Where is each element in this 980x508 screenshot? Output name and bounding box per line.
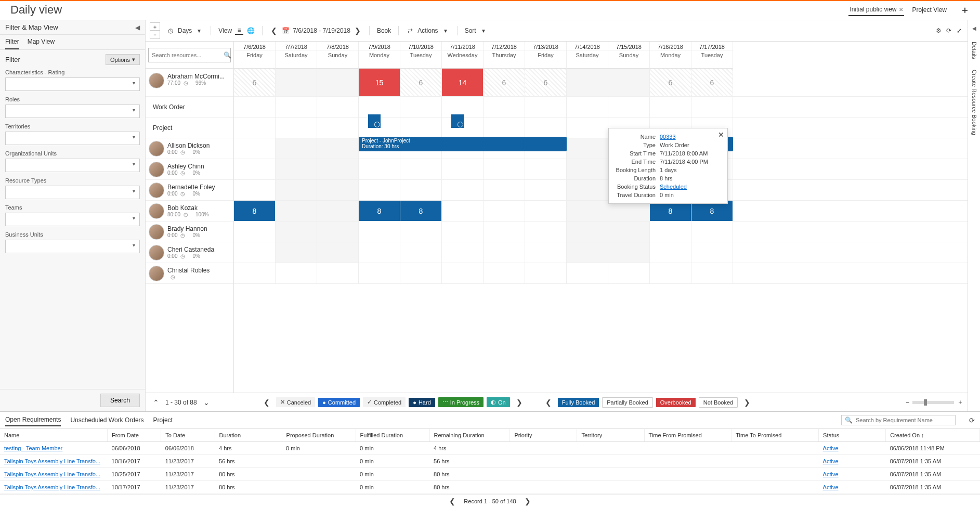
schedule-cell[interactable] bbox=[276, 118, 317, 138]
schedule-cell[interactable] bbox=[400, 222, 442, 242]
schedule-cell[interactable] bbox=[608, 222, 650, 242]
tab-initial-public-view[interactable]: Initial public view ✕ bbox=[848, 4, 904, 16]
schedule-cell[interactable]: 15 bbox=[359, 69, 400, 96]
search-icon[interactable]: 🔍 bbox=[224, 51, 231, 59]
sidebar-tab-filter[interactable]: Filter bbox=[5, 38, 19, 49]
chevron-left-icon[interactable]: ❮ bbox=[270, 27, 278, 35]
schedule-cell[interactable] bbox=[650, 242, 691, 263]
schedule-cell[interactable] bbox=[400, 118, 442, 138]
day-header[interactable]: 7/7/2018Saturday bbox=[276, 42, 317, 69]
chevron-down-icon[interactable]: ▾ bbox=[441, 27, 450, 35]
status-hard[interactable]: ● Hard bbox=[409, 398, 435, 407]
schedule-cell[interactable] bbox=[276, 180, 317, 200]
resource-row[interactable]: Abraham McCormi... 77:00 ◷ 96% bbox=[146, 69, 233, 97]
column-header[interactable]: Time From Promised bbox=[644, 429, 731, 442]
schedule-cell[interactable] bbox=[234, 97, 276, 117]
schedule-cell[interactable] bbox=[691, 242, 733, 263]
schedule-cell[interactable]: 6 bbox=[400, 69, 442, 96]
resource-search-input[interactable] bbox=[152, 52, 224, 58]
tab-unscheduled-work-orders[interactable]: Unscheduled Work Orders bbox=[70, 414, 143, 426]
day-header[interactable]: 7/10/2018Tuesday bbox=[400, 42, 442, 69]
schedule-cell[interactable] bbox=[525, 242, 567, 263]
chevron-left-icon[interactable]: ◀ bbox=[135, 24, 140, 31]
close-icon[interactable]: ✕ bbox=[899, 7, 903, 12]
status-overbooked[interactable]: Overbooked bbox=[656, 398, 696, 407]
filter-select[interactable] bbox=[5, 105, 140, 118]
chevron-right-icon[interactable]: ❯ bbox=[354, 27, 362, 35]
schedule-cell[interactable]: 6 bbox=[234, 69, 276, 96]
calendar-icon[interactable]: 📅 bbox=[281, 27, 290, 35]
filter-select[interactable] bbox=[5, 240, 140, 253]
schedule-cell[interactable] bbox=[234, 222, 276, 242]
schedule-cell[interactable] bbox=[484, 222, 525, 242]
schedule-cell[interactable] bbox=[442, 201, 484, 221]
sidebar-tab-map[interactable]: Map View bbox=[28, 38, 55, 49]
resource-row[interactable]: Allison Dickson 0:00 ◷ 0% bbox=[146, 138, 233, 159]
schedule-cell[interactable] bbox=[567, 159, 608, 179]
schedule-cell[interactable] bbox=[691, 222, 733, 242]
schedule-cell[interactable] bbox=[567, 69, 608, 96]
schedule-cell[interactable] bbox=[276, 242, 317, 263]
schedule-cell[interactable] bbox=[442, 242, 484, 263]
schedule-cell[interactable] bbox=[442, 159, 484, 179]
resource-sub-row[interactable]: Work Order bbox=[146, 97, 233, 118]
column-header[interactable]: Territory bbox=[577, 429, 644, 442]
tab-project[interactable]: Project bbox=[153, 414, 173, 426]
resource-row[interactable]: Ashley Chinn 0:00 ◷ 0% bbox=[146, 159, 233, 180]
refresh-icon[interactable]: ⟳ bbox=[969, 416, 975, 424]
schedule-cell[interactable] bbox=[276, 263, 317, 283]
schedule-cell[interactable] bbox=[484, 159, 525, 179]
schedule-cell[interactable] bbox=[234, 118, 276, 138]
schedule-cell[interactable] bbox=[525, 222, 567, 242]
schedule-cell[interactable] bbox=[567, 242, 608, 263]
schedule-cell[interactable] bbox=[567, 138, 608, 159]
schedule-cell[interactable] bbox=[650, 97, 691, 117]
schedule-cell[interactable] bbox=[608, 263, 650, 283]
column-header[interactable]: Created On ↑ bbox=[886, 429, 980, 442]
schedule-cell[interactable] bbox=[650, 222, 691, 242]
zoom-in-button[interactable]: ＋ bbox=[957, 398, 963, 407]
schedule-cell[interactable] bbox=[525, 201, 567, 221]
add-view-button[interactable]: ＋ bbox=[960, 4, 970, 16]
schedule-cell[interactable] bbox=[442, 180, 484, 200]
day-header[interactable]: 7/17/2018Tuesday bbox=[691, 42, 733, 69]
filter-select[interactable] bbox=[5, 213, 140, 226]
schedule-cell[interactable] bbox=[525, 159, 567, 179]
sort-button[interactable]: Sort bbox=[465, 27, 476, 34]
schedule-cell[interactable]: 14 bbox=[442, 69, 484, 96]
chevron-down-icon[interactable]: ▾ bbox=[195, 27, 203, 35]
schedule-cell[interactable] bbox=[525, 263, 567, 283]
status-completed[interactable]: ✓ Completed bbox=[363, 397, 406, 407]
column-header[interactable]: Priority bbox=[510, 429, 577, 442]
schedule-cell[interactable]: 8 bbox=[359, 201, 400, 221]
schedule-cell[interactable]: 8 bbox=[400, 201, 442, 221]
chevron-right-icon[interactable]: ❯ bbox=[513, 398, 526, 407]
search-button[interactable]: Search bbox=[100, 394, 140, 407]
schedule-cell[interactable] bbox=[567, 180, 608, 200]
details-tab[interactable]: Details bbox=[971, 42, 977, 59]
collapse-all-button[interactable]: － bbox=[150, 31, 160, 38]
resource-row[interactable]: Bob Kozak 80:00 ◷ 100% bbox=[146, 201, 233, 222]
schedule-cell[interactable] bbox=[276, 97, 317, 117]
schedule-cell[interactable] bbox=[567, 201, 608, 221]
column-header[interactable]: Name bbox=[0, 429, 108, 442]
status-committed[interactable]: ● Committed bbox=[318, 398, 360, 407]
column-header[interactable]: Remaining Duration bbox=[429, 429, 510, 442]
work-order-block[interactable] bbox=[368, 114, 381, 128]
resource-sub-row[interactable]: Project bbox=[146, 118, 233, 138]
column-header[interactable]: To Date bbox=[161, 429, 215, 442]
schedule-cell[interactable] bbox=[317, 69, 359, 96]
schedule-cell[interactable] bbox=[234, 159, 276, 179]
day-header[interactable]: 7/13/2018Friday bbox=[525, 42, 567, 69]
requirement-link[interactable]: Tailspin Toys Assembly Line Transfo... bbox=[4, 471, 100, 477]
chevron-left-icon[interactable]: ❮ bbox=[446, 497, 459, 505]
schedule-cell[interactable] bbox=[317, 201, 359, 221]
schedule-cell[interactable] bbox=[234, 263, 276, 283]
schedule-cell[interactable] bbox=[317, 242, 359, 263]
schedule-cell[interactable] bbox=[567, 118, 608, 138]
schedule-cell[interactable]: 6 bbox=[650, 69, 691, 96]
schedule-cell[interactable] bbox=[608, 242, 650, 263]
refresh-icon[interactable]: ⟳ bbox=[945, 27, 953, 35]
day-header[interactable]: 7/15/2018Sunday bbox=[608, 42, 650, 69]
filter-select[interactable] bbox=[5, 159, 140, 172]
